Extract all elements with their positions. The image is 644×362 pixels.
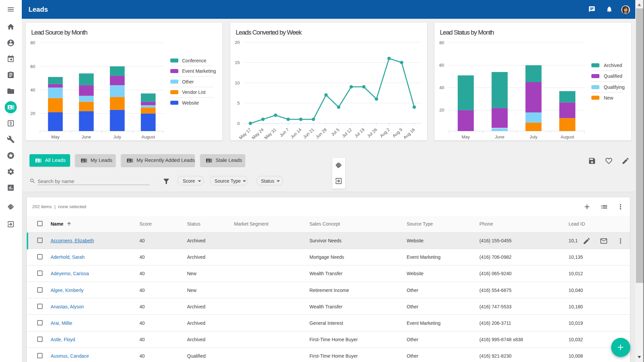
svg-text:20: 20 [440,108,444,113]
svg-text:20: 20 [235,40,240,45]
svg-text:Qualified: Qualified [604,73,622,79]
svg-text:60: 60 [440,63,444,68]
svg-text:Jul 26: Jul 26 [366,127,378,138]
svg-text:5: 5 [237,101,240,106]
svg-text:Leads Converted by Week: Leads Converted by Week [236,29,302,36]
svg-text:August: August [561,134,574,139]
svg-text:May 17: May 17 [238,127,252,140]
svg-text:40: 40 [440,85,444,90]
svg-text:Aug 2: Aug 2 [379,127,391,138]
svg-text:Jul 12: Jul 12 [341,127,353,138]
svg-text:60: 60 [31,64,35,69]
svg-text:Jun 28: Jun 28 [314,127,328,139]
svg-text:Qualifying: Qualifying [604,84,625,90]
svg-text:July: July [113,134,121,139]
svg-text:May 31: May 31 [263,127,277,140]
svg-text:Lead Source by Month: Lead Source by Month [31,29,87,36]
svg-text:Aug 16: Aug 16 [402,127,416,140]
svg-text:June: June [81,134,91,139]
svg-text:June: June [495,134,504,139]
svg-text:80: 80 [440,40,444,45]
svg-text:Jun 7: Jun 7 [279,127,290,138]
svg-text:May: May [462,134,470,139]
svg-text:Event Marketing: Event Marketing [182,68,216,74]
svg-text:Conference: Conference [182,58,207,63]
svg-text:15: 15 [235,60,240,65]
svg-text:20: 20 [31,111,35,116]
svg-text:Jun 14: Jun 14 [289,127,302,139]
svg-text:Aug 9: Aug 9 [392,127,403,138]
svg-text:Website: Website [182,100,199,106]
svg-text:40: 40 [31,87,35,93]
svg-text:Jun 21: Jun 21 [302,127,315,139]
svg-text:Other: Other [182,79,194,84]
svg-text:Archived: Archived [604,63,622,68]
svg-text:May: May [51,134,60,139]
svg-text:Vendor List: Vendor List [182,89,206,95]
svg-text:May 24: May 24 [251,127,265,140]
svg-text:Lead Status by Month: Lead Status by Month [440,29,494,36]
svg-text:10: 10 [235,80,240,85]
svg-text:August: August [141,134,155,139]
svg-text:July: July [530,134,538,139]
svg-text:0: 0 [237,121,240,126]
svg-text:New: New [604,95,613,101]
svg-text:Jul 19: Jul 19 [353,127,365,138]
svg-text:Jul 5: Jul 5 [330,127,340,137]
svg-text:80: 80 [31,40,35,45]
